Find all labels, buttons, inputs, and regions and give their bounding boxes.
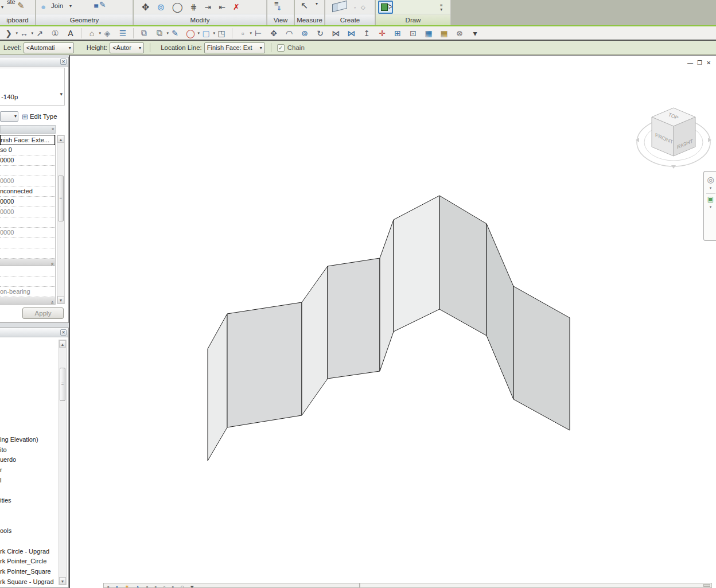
paste-dropdown-icon[interactable]: ▾ — [1, 5, 3, 10]
toolbar-icon[interactable]: ✎ — [168, 27, 182, 39]
toolbar-icon[interactable]: ❯ — [2, 27, 15, 39]
modify-tool-icon[interactable]: ⋕ — [190, 2, 197, 11]
wall-panel-2[interactable] — [227, 302, 302, 427]
draw-rectangle-tool-selected[interactable]: ➤ — [378, 1, 393, 14]
height-dropdown[interactable]: <Autor — [110, 42, 144, 53]
tree-item[interactable]: ing Elevation) — [0, 435, 59, 445]
toolbar-icon[interactable]: ◳ — [215, 27, 228, 39]
toolbar-icon[interactable]: ⌂ — [85, 27, 99, 39]
property-row[interactable] — [0, 238, 55, 248]
scroll-down-icon[interactable]: ▼ — [59, 577, 66, 585]
toolbar-icon[interactable]: ⧉ — [137, 27, 151, 39]
properties-scrollbar[interactable]: ▲ ≡ ▼ — [57, 135, 65, 304]
tree-item[interactable]: ities — [0, 496, 59, 506]
cope-lines-icon[interactable]: ≣ — [94, 2, 99, 10]
wall-panel-6[interactable] — [394, 196, 439, 332]
paste-button[interactable]: ste — [7, 0, 15, 5]
wall-panel-9[interactable] — [513, 286, 570, 430]
tree-item[interactable]: uerdo — [0, 455, 59, 465]
view-control-icon[interactable]: ▪ — [107, 583, 110, 587]
view-control-icon[interactable]: ▾ — [190, 583, 194, 587]
wall-panel-3[interactable] — [302, 266, 328, 415]
level-dropdown[interactable]: <Automati — [24, 42, 74, 53]
close-icon[interactable]: ✕ — [60, 329, 67, 336]
toolbar-icon[interactable]: ▫ — [236, 27, 250, 39]
close-icon[interactable]: ✕ — [706, 60, 711, 67]
toolbar-icon[interactable]: ▦ — [422, 27, 435, 39]
toolbar-icon[interactable]: ◠ — [282, 27, 296, 39]
tree-item[interactable]: rk Circle - Upgrad — [0, 547, 59, 557]
match-type-icon[interactable]: ✎ — [17, 1, 25, 11]
view-control-icon[interactable]: ▫ — [164, 583, 166, 587]
toolbar-icon[interactable]: A — [64, 27, 77, 39]
scroll-down-icon[interactable]: ▼ — [57, 296, 64, 303]
toolbar-icon[interactable]: ⋈ — [329, 27, 343, 39]
view-control-icon[interactable]: ○ — [180, 583, 184, 587]
tree-item[interactable]: ito — [0, 445, 59, 455]
view-control-icon[interactable]: ▪ — [116, 583, 118, 587]
toolbar-icon[interactable]: ✥ — [267, 27, 281, 39]
wall-panel-5[interactable] — [380, 220, 394, 371]
property-row[interactable] — [0, 217, 55, 228]
type-selector[interactable]: -140p ▾ — [0, 68, 65, 106]
modify-tool-icon[interactable]: ⇤ — [219, 2, 225, 11]
properties-header[interactable]: ✕ — [0, 57, 68, 67]
toolbar-icon[interactable]: ↥ — [360, 27, 373, 39]
toolbar-icon[interactable]: ▾ — [468, 27, 482, 39]
tree-item[interactable]: l — [0, 476, 59, 486]
zoom-icon[interactable]: ▣ — [707, 195, 714, 203]
scroll-up-icon[interactable]: ▲ — [59, 340, 66, 348]
join-dropdown-icon[interactable]: ▾ — [69, 3, 72, 9]
property-row[interactable]: 0000 — [0, 207, 55, 217]
wheel-dropdown-icon[interactable]: ▾ — [710, 186, 712, 190]
property-row[interactable]: 0000 — [0, 197, 55, 207]
toolbar-icon[interactable]: ⊞ — [391, 27, 404, 39]
wall-set-icon[interactable] — [332, 1, 352, 13]
modify-tool-icon[interactable]: ⇥ — [205, 2, 212, 11]
create-diamond-icon[interactable]: ◇ — [361, 4, 365, 10]
join-button[interactable]: Join — [51, 2, 63, 9]
toolbar-icon[interactable]: ✛ — [375, 27, 389, 39]
wall-panel-7[interactable] — [439, 196, 487, 336]
toolbar-icon[interactable]: ⧉ — [153, 27, 166, 39]
create-square-icon[interactable]: ▫ — [354, 5, 356, 10]
join-icon[interactable]: ● — [41, 2, 46, 11]
scroll-thumb[interactable]: ≡ — [58, 176, 64, 221]
location-line-dropdown[interactable]: Finish Face: Ext — [204, 42, 265, 53]
restore-icon[interactable]: ❐ — [697, 60, 702, 67]
scroll-up-icon[interactable]: ▲ — [57, 135, 64, 143]
property-row[interactable]: 0000 — [0, 155, 55, 166]
property-row[interactable] — [0, 266, 55, 277]
tree-item[interactable]: rk Pointer_Circle — [0, 556, 59, 567]
modify-tool-icon[interactable]: ✥ — [142, 2, 149, 13]
property-row[interactable]: so 0 — [0, 145, 55, 155]
edit-type-button[interactable]: Edit Type — [30, 113, 57, 120]
property-row[interactable]: on-bearing — [0, 287, 55, 297]
toolbar-icon[interactable]: ▢ — [199, 27, 213, 39]
compass-south-arrow[interactable] — [671, 165, 676, 169]
property-row[interactable]: nish Face: Exte... — [0, 135, 55, 145]
toolbar-icon[interactable]: ◯ — [184, 27, 197, 39]
steering-wheel-icon[interactable]: ◎ — [707, 175, 714, 184]
property-row[interactable] — [0, 259, 55, 266]
measure-dropdown-icon[interactable]: ▾ — [316, 1, 318, 6]
tree-item[interactable]: rk Square - Upgrad — [0, 577, 59, 587]
properties-filter-dropdown[interactable] — [0, 111, 18, 122]
toolbar-icon[interactable]: ↗ — [33, 27, 46, 39]
browser-header[interactable]: ✕ — [0, 328, 68, 337]
property-row[interactable]: 0000 — [0, 228, 55, 238]
toolbar-icon[interactable]: ⊚ — [298, 27, 312, 39]
tree-item[interactable]: ools — [0, 526, 59, 536]
zoom-dropdown-icon[interactable]: ▾ — [710, 205, 712, 209]
collapse-icon[interactable]: » — [49, 128, 55, 130]
scroll-thumb[interactable]: ≡ — [60, 368, 65, 401]
minimize-icon[interactable]: — — [687, 60, 693, 67]
toolbar-icon[interactable]: ⊗ — [453, 27, 466, 39]
tree-item[interactable] — [0, 485, 59, 496]
tree-item[interactable] — [0, 506, 59, 516]
browser-scrollbar[interactable]: ▲ ≡ ▼ — [59, 340, 67, 585]
view-control-icon[interactable]: ▪ — [146, 583, 149, 587]
chain-checkbox[interactable]: ✓ — [277, 44, 285, 52]
tree-item[interactable] — [0, 536, 59, 547]
view-arrow-icon[interactable]: ⇓ — [277, 5, 282, 12]
